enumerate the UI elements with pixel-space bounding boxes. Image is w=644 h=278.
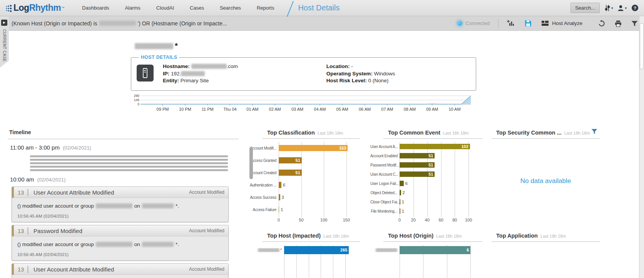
bar-row-account-modifi[interactable]: Account Modifi...153 — [249, 142, 360, 154]
host-field-hostname: Hostname: .com — [163, 63, 238, 70]
nav-item-cases[interactable]: Cases — [190, 5, 204, 11]
filter-funnel-icon — [631, 21, 638, 27]
bar-track: 6 — [279, 179, 360, 191]
bar-row-access-granted[interactable]: Access Granted51 — [249, 154, 360, 166]
bar[interactable] — [279, 194, 280, 200]
active-page-slash — [287, 0, 293, 16]
bar-value: 1 — [281, 207, 283, 212]
field-label: Location: — [326, 63, 350, 69]
bar[interactable] — [400, 181, 404, 186]
redacted-value — [181, 71, 205, 76]
panel-filter-button[interactable] — [591, 129, 597, 136]
bar[interactable]: 102 — [400, 144, 470, 149]
bar-value: 51 — [428, 153, 433, 158]
page-scrollbar-thumb[interactable] — [640, 23, 644, 69]
current-case-label: CURRENT CASE — [2, 29, 7, 62]
add-widget-button[interactable] — [507, 20, 515, 27]
timeline-card-user-account-attribute-modified[interactable]: 13User Account Attribute ModifiedAccount… — [12, 263, 229, 278]
bar-track: 3 — [279, 191, 360, 203]
bar[interactable] — [279, 182, 281, 188]
bar-row-user-account-a[interactable]: User Account A...102 — [370, 142, 482, 151]
help-button[interactable]: ? — [631, 4, 639, 12]
bar[interactable] — [400, 208, 400, 214]
user-menu-button[interactable]: ▾ — [617, 5, 627, 12]
redacted-event-row — [30, 162, 228, 164]
undo-icon — [598, 20, 605, 27]
bar-row-host[interactable]: *265 — [249, 245, 360, 255]
filter-button[interactable] — [631, 21, 638, 27]
timeline-group-time: 11:00 am - 3:00 pm — [10, 144, 60, 151]
classification-badge: Account Modified — [189, 190, 224, 195]
timeline-card-password-modified[interactable]: 13Password ModifiedAccount Modified() mo… — [12, 225, 229, 261]
bar-row-user-logon-fail[interactable]: User Logon Fail...6 — [370, 179, 482, 188]
bar-value: 1 — [402, 209, 404, 213]
event-title: User Account Attribute Modified — [33, 266, 114, 273]
page-title: Host Details — [298, 3, 340, 12]
bar[interactable] — [400, 190, 401, 195]
bar[interactable]: 51 — [400, 171, 435, 177]
nav-item-alarms[interactable]: Alarms — [125, 5, 140, 11]
timeline-group-time: 10:00 am — [10, 176, 34, 183]
bar-row-user-account-c[interactable]: User Account C...51 — [370, 170, 482, 179]
nav-item-dashboards[interactable]: Dashboards — [82, 5, 109, 11]
bar[interactable]: 51 — [279, 170, 302, 176]
bar[interactable]: 6 — [400, 246, 470, 254]
print-button[interactable] — [615, 20, 622, 27]
nav-item-reports[interactable]: Reports — [257, 5, 274, 11]
bar[interactable]: 153 — [279, 145, 348, 151]
bar-row-close-object-fai[interactable]: Close Object Fai...1 — [370, 197, 482, 206]
bar-row-account-created[interactable]: Account Created51 — [249, 166, 360, 179]
bar[interactable] — [400, 199, 400, 205]
svg-text:02 AM: 02 AM — [269, 107, 281, 112]
classification-badge: Account Modified — [189, 266, 224, 272]
host-analyze-label: Host Analyze — [552, 20, 582, 26]
bar[interactable] — [279, 206, 279, 213]
search-query-field[interactable]: (Known Host (Origin or Impacted) is ') O… — [12, 20, 227, 27]
redacted-text — [96, 203, 132, 208]
logo-text-log: Log — [13, 3, 29, 13]
current-case-tab[interactable]: ▶ CURRENT CASE — [0, 16, 9, 68]
event-description-text: on — [134, 203, 140, 209]
nav-item-searches[interactable]: Searches — [220, 5, 241, 11]
search-button[interactable]: Search... — [570, 3, 600, 13]
timeline-card-user-account-attribute-modified[interactable]: 13User Account Attribute ModifiedAccount… — [12, 186, 229, 222]
field-label: Host Risk Level: — [326, 78, 367, 83]
top-classification-panel: Top Classification Last 18h 18m Account … — [249, 128, 360, 223]
bar-row-access-success[interactable]: Access Success3 — [249, 191, 360, 203]
bar-label: File Monitoring... — [370, 209, 400, 213]
host-field-location: Location: - — [326, 63, 395, 70]
chart-add-icon — [507, 20, 515, 27]
display-settings-button[interactable]: ▾ — [604, 5, 613, 12]
expand-arrow-icon[interactable]: ▶ — [1, 20, 7, 26]
nav-item-cloudai[interactable]: CloudAI — [156, 5, 174, 11]
redacted-text — [142, 203, 174, 208]
redacted-label — [258, 248, 279, 252]
timeline-scrollbar-thumb[interactable] — [249, 147, 253, 179]
panel-title: Top Host (Origin) — [388, 233, 433, 239]
timeline-group-header: 10:00 am(02/04/2021) — [10, 176, 239, 183]
host-analyze-button[interactable]: Host Analyze — [542, 20, 582, 26]
host-fields-right: Location: -Operating System: WindowsHost… — [326, 63, 395, 85]
bar[interactable]: 51 — [279, 157, 302, 163]
bar-row-host[interactable]: 6 — [370, 245, 482, 255]
bar-label: * — [249, 248, 284, 252]
bar-row-object-deleted[interactable]: Object Deleted...2 — [370, 188, 482, 197]
page-scrollbar[interactable] — [639, 16, 644, 278]
bar-row-authentication[interactable]: Authentication ...6 — [249, 179, 360, 191]
bar-row-access-failure[interactable]: Access Failure1 — [249, 203, 360, 216]
bar[interactable]: 265 — [284, 246, 349, 254]
bar[interactable]: 51 — [400, 162, 435, 168]
bar-row-account-enabled[interactable]: Account Enabled51 — [370, 151, 482, 160]
save-layout-button[interactable] — [525, 20, 532, 27]
axis-tick-label: 0 — [398, 218, 401, 222]
bar-row-file-monitoring[interactable]: File Monitoring...1 — [370, 206, 482, 216]
bar[interactable]: 51 — [400, 153, 435, 158]
bar-row-password-modif[interactable]: Password Modif...51 — [370, 160, 482, 170]
bar-value: 6 — [405, 181, 408, 186]
redacted-text — [142, 242, 174, 247]
sliders-icon — [604, 5, 611, 12]
redacted-label — [376, 248, 397, 252]
reset-button[interactable] — [598, 20, 605, 27]
logrhythm-logo[interactable]: LogRhythm™ — [5, 3, 64, 13]
svg-text:04 AM: 04 AM — [314, 107, 326, 112]
